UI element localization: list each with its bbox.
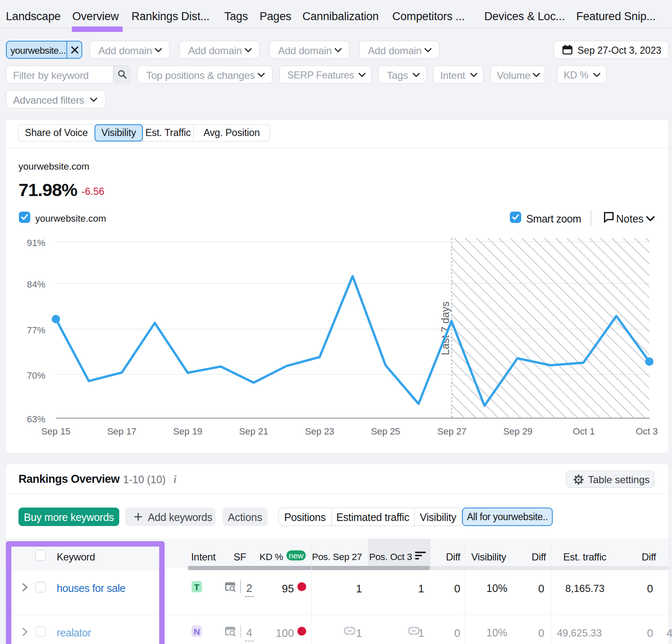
- svg-text:Oct 1: Oct 1: [573, 426, 595, 437]
- svg-text:70%: 70%: [27, 370, 45, 381]
- svg-text:Sep 19: Sep 19: [173, 426, 202, 437]
- svg-text:Sep 21: Sep 21: [239, 426, 268, 437]
- svg-text:Sep 17: Sep 17: [107, 426, 136, 437]
- svg-text:Sep 29: Sep 29: [503, 426, 533, 437]
- svg-text:Sep 27: Sep 27: [437, 426, 467, 437]
- svg-text:77%: 77%: [27, 325, 45, 335]
- svg-text:Sep 15: Sep 15: [41, 426, 71, 437]
- svg-text:Sep 23: Sep 23: [305, 426, 334, 437]
- svg-text:63%: 63%: [27, 414, 45, 424]
- svg-text:Oct 3: Oct 3: [636, 426, 658, 437]
- svg-text:91%: 91%: [27, 238, 45, 248]
- svg-text:Sep 25: Sep 25: [371, 426, 400, 437]
- svg-text:84%: 84%: [27, 279, 45, 290]
